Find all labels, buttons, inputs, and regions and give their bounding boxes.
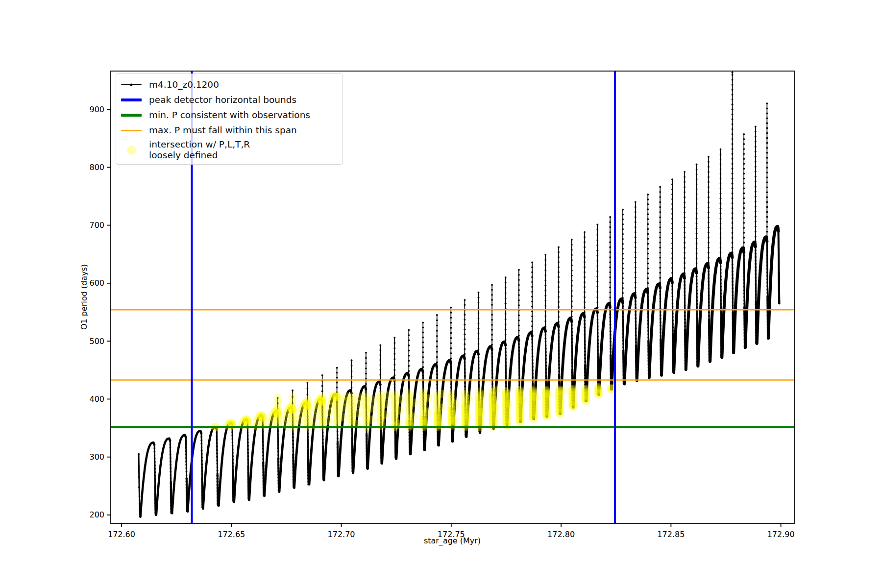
legend-label: min. P consistent with observations [149, 110, 310, 121]
legend-label: peak detector horizontal bounds [149, 95, 296, 106]
y-tick-label: 600 [89, 278, 104, 288]
legend-entry-intersection: intersection w/ P,L,T,R loosely defined [121, 139, 338, 161]
legend-entry-max-p: max. P must fall within this span [121, 124, 338, 138]
x-axis-label: star_age (Myr) [424, 536, 481, 545]
x-tick-label: 172.90 [767, 530, 795, 539]
y-tick-label: 900 [89, 105, 104, 114]
x-tick-label: 172.70 [328, 530, 355, 539]
yellow-marker-swatch-icon [121, 146, 142, 155]
y-tick-label: 400 [89, 394, 104, 404]
legend-entry-series: m4.10_z0.1200 [121, 78, 338, 92]
blue-line-swatch-icon [121, 98, 142, 101]
orange-line-swatch-icon [121, 130, 142, 131]
green-line-swatch-icon [121, 114, 142, 117]
y-axis-label: O1 period (days) [79, 264, 89, 330]
series-line-swatch-icon [121, 84, 142, 86]
y-tick-label: 200 [89, 510, 104, 519]
legend-label: max. P must fall within this span [149, 125, 297, 136]
y-tick-label: 800 [89, 163, 104, 172]
legend-label: intersection w/ P,L,T,R loosely defined [149, 139, 250, 161]
y-tick-label: 500 [89, 337, 104, 346]
x-tick-label: 172.60 [108, 530, 135, 539]
y-tick-label: 300 [89, 452, 104, 462]
legend: m4.10_z0.1200 peak detector horizontal b… [116, 74, 343, 165]
legend-entry-peak-bounds: peak detector horizontal bounds [121, 93, 338, 107]
y-tick-label: 700 [89, 220, 104, 230]
legend-label: m4.10_z0.1200 [149, 79, 219, 91]
legend-entry-min-p: min. P consistent with observations [121, 108, 338, 122]
x-tick-label: 172.85 [657, 530, 685, 539]
x-tick-label: 172.65 [218, 530, 245, 539]
x-tick-label: 172.80 [547, 530, 575, 539]
figure: 172.60172.65172.70172.75172.80172.85172.… [0, 0, 882, 588]
